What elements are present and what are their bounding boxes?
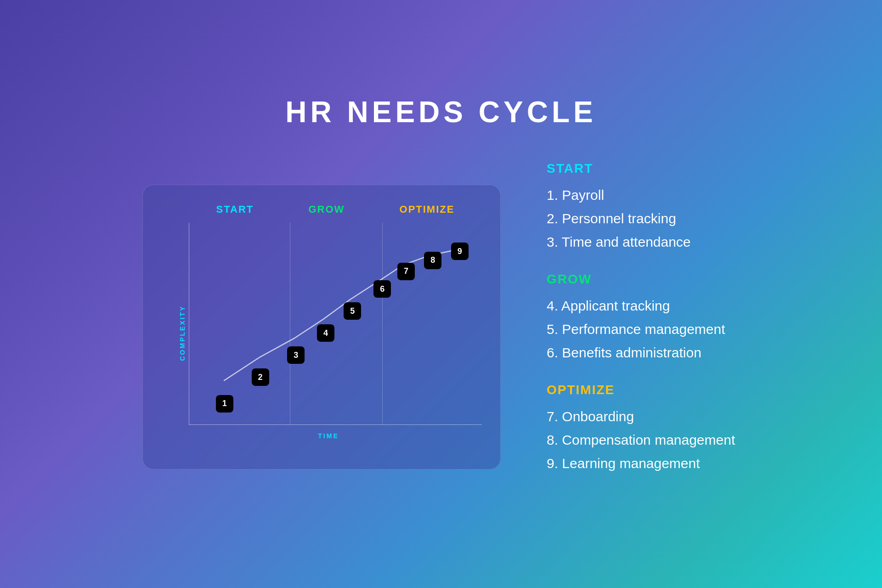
legend-section-optimize: OPTIMIZE 7. Onboarding 8. Compensation m… bbox=[547, 383, 740, 475]
node-1: 1 bbox=[216, 395, 233, 413]
legend-item-7: 7. Onboarding bbox=[547, 405, 740, 428]
legend-title-grow: GROW bbox=[547, 272, 740, 287]
legend-title-optimize: OPTIMIZE bbox=[547, 383, 740, 397]
legend-item-8: 8. Compensation management bbox=[547, 428, 740, 452]
chart-label-grow: GROW bbox=[308, 204, 345, 215]
legend: START 1. Payroll 2. Personnel tracking 3… bbox=[547, 161, 740, 493]
axis-x-label: TIME bbox=[318, 432, 339, 440]
legend-item-5: 5. Performance management bbox=[547, 317, 740, 341]
chart-label-optimize: OPTIMIZE bbox=[400, 204, 455, 215]
legend-item-4: 4. Applicant tracking bbox=[547, 294, 740, 317]
content-row: START GROW OPTIMIZE COMPLEXITY TIME 1 2 bbox=[0, 161, 882, 493]
chart-container: START GROW OPTIMIZE COMPLEXITY TIME 1 2 bbox=[142, 185, 501, 469]
chart-inner: COMPLEXITY TIME 1 2 3 4 5 6 7 8 9 bbox=[175, 223, 482, 443]
legend-item-1: 1. Payroll bbox=[547, 183, 740, 207]
node-3: 3 bbox=[287, 346, 305, 364]
legend-section-start: START 1. Payroll 2. Personnel tracking 3… bbox=[547, 161, 740, 254]
legend-title-start: START bbox=[547, 161, 740, 176]
chart-label-start: START bbox=[216, 204, 254, 215]
node-6: 6 bbox=[373, 280, 391, 298]
legend-item-6: 6. Benefits administration bbox=[547, 341, 740, 364]
node-4: 4 bbox=[317, 324, 334, 342]
page-title: HR NEEDS CYCLE bbox=[285, 95, 596, 129]
axis-x bbox=[189, 424, 482, 425]
node-9: 9 bbox=[451, 243, 469, 260]
legend-section-grow: GROW 4. Applicant tracking 5. Performanc… bbox=[547, 272, 740, 364]
node-5: 5 bbox=[344, 302, 361, 320]
legend-item-2: 2. Personnel tracking bbox=[547, 207, 740, 230]
node-8: 8 bbox=[424, 252, 441, 269]
chart-section-labels: START GROW OPTIMIZE bbox=[175, 204, 482, 215]
legend-item-9: 9. Learning management bbox=[547, 452, 740, 475]
node-7: 7 bbox=[397, 263, 415, 280]
axis-y-label: COMPLEXITY bbox=[179, 305, 186, 361]
node-2: 2 bbox=[252, 368, 269, 386]
legend-item-3: 3. Time and attendance bbox=[547, 230, 740, 254]
